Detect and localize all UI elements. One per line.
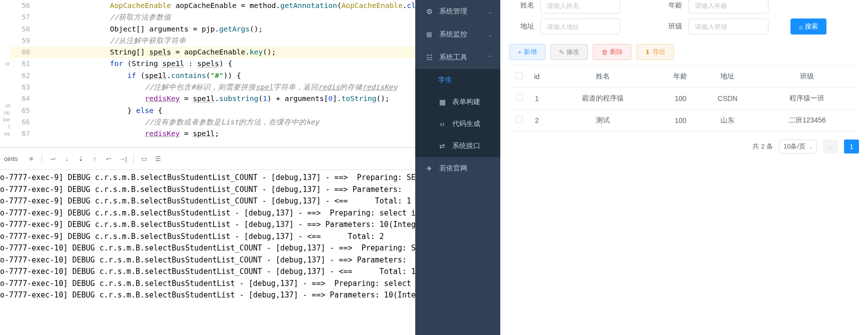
step-out-icon[interactable]: ↑ — [89, 154, 100, 164]
name-label: 姓名 — [509, 1, 534, 10]
force-step-icon[interactable]: ⇣ — [75, 154, 86, 164]
console-output[interactable]: o-7777-exec-9] DEBUG c.r.s.m.B.selectBus… — [0, 170, 415, 302]
sidebar-subitem[interactable]: 学生 — [415, 69, 500, 91]
search-form-row-2: 地址 班级 ⌕搜索 — [509, 16, 859, 37]
sidebar-subitem[interactable]: ▦表单构建 — [415, 91, 500, 113]
col-name: 姓名 — [544, 66, 661, 88]
menu-icon: ‹› — [438, 120, 446, 128]
pencil-icon: ✎ — [559, 48, 564, 56]
export-button[interactable]: ⬇导出 — [636, 44, 674, 60]
age-input[interactable] — [688, 0, 768, 14]
debug-tab-label[interactable]: oints — [4, 155, 23, 162]
download-icon: ⬇ — [645, 48, 650, 56]
select-all-checkbox[interactable] — [516, 72, 523, 79]
admin-sidebar: ⚙系统管理⌄⊞系统监控⌄☷系统工具⌃学生▦表单构建‹›代码生成⇄系统接口✈若依官… — [415, 0, 500, 335]
addr-input[interactable] — [540, 18, 620, 34]
menu-icon: ☷ — [425, 54, 433, 62]
menu-icon: ▦ — [438, 98, 446, 106]
add-button[interactable]: +新增 — [509, 44, 545, 60]
prev-page-button[interactable]: ‹ — [823, 140, 838, 154]
admin-content: 姓名 年龄 地址 班级 ⌕搜索 +新增 ✎修改 🗑删除 ⬇导出 id 姓名 年龄… — [500, 0, 868, 335]
page-1-button[interactable]: 1 — [844, 140, 859, 154]
table-header-row: id 姓名 年龄 地址 班级 — [509, 66, 859, 88]
action-buttons: +新增 ✎修改 🗑删除 ⬇导出 — [509, 37, 859, 65]
table-row[interactable]: 2测试100山东二班123456 — [509, 110, 859, 132]
row-checkbox[interactable] — [516, 94, 523, 101]
menu-icon: ⇄ — [438, 142, 446, 150]
row-checkbox[interactable] — [516, 116, 523, 123]
search-icon: ⌕ — [799, 23, 803, 30]
trash-icon: 🗑 — [601, 48, 608, 56]
menu-icon: ✈ — [425, 164, 433, 172]
debug-toolbar: oints ≡ ⤻ ↓ ⇣ ↑ ⤺ →| ▭ ☰ — [0, 148, 415, 170]
delete-button[interactable]: 🗑删除 — [593, 44, 631, 60]
ide-panel: or otnuinetes 565758596061626364656667 A… — [0, 0, 415, 335]
drop-frame-icon[interactable]: ⤺ — [103, 154, 114, 164]
chevron-icon: ⌃ — [488, 54, 492, 61]
sidebar-subitem[interactable]: ‹›代码生成 — [415, 113, 500, 135]
sidebar-item[interactable]: ✈若依官网 — [415, 157, 500, 180]
addr-label: 地址 — [509, 22, 534, 31]
class-input[interactable] — [688, 18, 768, 34]
menu-icon: ⊞ — [425, 30, 433, 38]
sidebar-item[interactable]: ☷系统工具⌃ — [415, 46, 500, 69]
run-cursor-icon[interactable]: →| — [117, 154, 128, 164]
table-row[interactable]: 1霸道的程序猿100CSDN程序猿一班 — [509, 88, 859, 110]
pagination: 共 2 条 10条/页 ‹ 1 — [509, 132, 859, 162]
sidebar-subitem[interactable]: ⇄系统接口 — [415, 135, 500, 157]
step-over-icon[interactable]: ⤻ — [47, 154, 58, 164]
search-button[interactable]: ⌕搜索 — [790, 18, 826, 34]
evaluate-icon[interactable]: ▭ — [139, 154, 150, 164]
age-label: 年龄 — [657, 1, 682, 10]
code-editor[interactable]: AopCacheEnable aopCacheEnable = method.g… — [40, 0, 415, 140]
trace-icon[interactable]: ☰ — [153, 154, 164, 164]
col-class: 班级 — [755, 66, 859, 88]
menu-icon: ⚙ — [425, 8, 433, 16]
class-label: 班级 — [657, 22, 682, 31]
data-table: id 姓名 年龄 地址 班级 1霸道的程序猿100CSDN程序猿一班2测试100… — [509, 65, 859, 132]
plus-icon: + — [518, 48, 522, 56]
sidebar-item[interactable]: ⚙系统管理⌄ — [415, 0, 500, 23]
chevron-icon: ⌄ — [488, 8, 492, 15]
col-id: id — [529, 66, 544, 88]
step-into-icon[interactable]: ↓ — [61, 154, 72, 164]
col-age: 年龄 — [661, 66, 700, 88]
format-icon[interactable]: ≡ — [26, 154, 37, 164]
chevron-icon: ⌄ — [488, 32, 492, 38]
debug-panel: oints ≡ ⤻ ↓ ⇣ ↑ ⤺ →| ▭ ☰ o-7777-exec-9] … — [0, 148, 415, 335]
col-addr: 地址 — [700, 66, 755, 88]
code-gutter: 565758596061626364656667 — [10, 0, 40, 140]
page-size-select[interactable]: 10条/页 — [779, 140, 817, 154]
search-form-row-1: 姓名 年龄 — [509, 0, 859, 16]
total-text: 共 2 条 — [752, 142, 772, 151]
edit-button[interactable]: ✎修改 — [550, 44, 588, 60]
name-input[interactable] — [540, 0, 620, 14]
sidebar-item[interactable]: ⊞系统监控⌄ — [415, 23, 500, 46]
